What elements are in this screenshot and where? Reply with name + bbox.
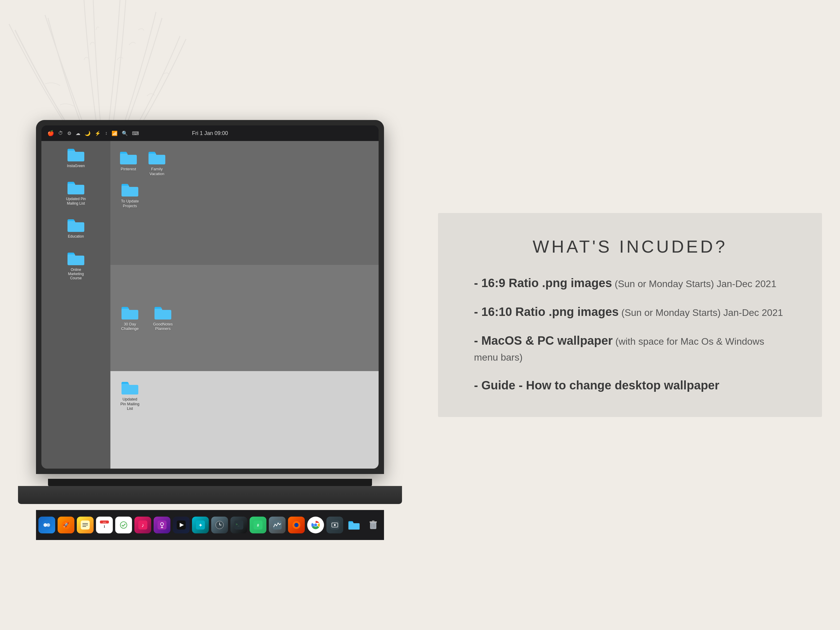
laptop-screen: 🍎 ⏱ ⚙ ☁ 🌙 ⚡ ↕ 📶 🔍 ⌨ Fri 1 Jan: [41, 125, 379, 469]
dock-scripts[interactable]: >_: [231, 516, 247, 534]
desktop-folder-pinterest[interactable]: Pinterest: [119, 150, 137, 172]
info-item-3-bold: - MacOS & PC wallpaper: [474, 334, 613, 347]
info-card: WHAT'S INCUDED? - 16:9 Ratio .png images…: [438, 213, 822, 417]
info-item-1: - 16:9 Ratio .png images (Sun or Monday …: [474, 275, 786, 291]
right-desktop: Pinterest: [111, 141, 379, 469]
sidebar-folder-label-1: InstaGreen: [67, 164, 85, 168]
dock-numbers[interactable]: #: [249, 516, 267, 534]
desktop-folder-family-vacation[interactable]: Family Vacation: [147, 150, 167, 176]
dock-chrome[interactable]: [307, 516, 324, 534]
time-machine-menu-icon: ⏱: [58, 131, 63, 136]
svg-text:>_: >_: [236, 523, 240, 526]
folder-label-goodnotes: GoodNotes Planners: [152, 322, 174, 331]
dnd-menu-icon: 🌙: [85, 131, 91, 136]
info-item-2: - 16:10 Ratio .png images (Sun or Monday…: [474, 303, 786, 320]
menu-bar-left: 🍎 ⏱ ⚙ ☁ 🌙 ⚡ ↕ 📶 🔍 ⌨: [47, 130, 139, 136]
sidebar-panel: InstaGreen Updated Pin Ma: [41, 141, 111, 469]
dock-notes[interactable]: [77, 516, 93, 534]
cloud-menu-icon: ☁: [76, 131, 81, 136]
folder-label-to-update: To Update Projects: [119, 199, 141, 208]
sidebar-folder-item-4[interactable]: Online Marketing Course: [46, 251, 106, 281]
dock-clock[interactable]: [211, 516, 228, 534]
folder-icon: [154, 305, 172, 320]
battery-menu-icon: ⚡: [95, 131, 101, 136]
folder-icon: [121, 305, 139, 320]
desktop-folder-goodnotes[interactable]: GoodNotes Planners: [152, 305, 174, 331]
sidebar-folder-item-2[interactable]: Updated Pin Mailing List: [46, 180, 106, 205]
desktop-area: InstaGreen Updated Pin Ma: [41, 141, 379, 469]
svg-text:1: 1: [104, 524, 105, 529]
apple-menu-icon[interactable]: 🍎: [47, 130, 54, 136]
volume-menu-icon: ↕: [105, 131, 107, 136]
laptop-base: [18, 486, 402, 504]
folder-icon: [148, 150, 166, 165]
dock-firefox[interactable]: [288, 516, 305, 534]
svg-text:#: #: [257, 523, 259, 528]
svg-point-34: [294, 523, 298, 527]
dock-appletv[interactable]: [173, 516, 189, 534]
dock-podcasts[interactable]: [153, 516, 171, 534]
dock-activity-monitor[interactable]: [269, 516, 286, 534]
svg-point-2: [46, 523, 50, 527]
info-title: WHAT'S INCUDED?: [474, 237, 786, 256]
dock-calendar[interactable]: JAN1: [96, 516, 113, 534]
svg-rect-43: [372, 521, 374, 522]
sidebar-folder-label-3: Education: [68, 234, 84, 238]
svg-point-40: [334, 524, 336, 526]
keyboard-menu-icon: ⌨: [132, 131, 139, 136]
top-folder-group: Pinterest: [119, 150, 369, 176]
dock-reminders[interactable]: [115, 516, 132, 534]
desktop-folder-to-update[interactable]: To Update Projects: [119, 182, 141, 208]
desktop-folder-mailing[interactable]: Updated Pin Mailing List: [119, 380, 141, 411]
folder-label-family-vacation: Family Vacation: [147, 167, 167, 176]
svg-text:🚀: 🚀: [63, 522, 69, 528]
desktop-section-mid: 30 Day Challenge: [111, 265, 379, 371]
dock-trash[interactable]: [365, 516, 382, 534]
dock-launchpad[interactable]: 🚀: [58, 516, 74, 534]
dock: 🚀 JAN1 ♪: [36, 510, 384, 540]
laptop-wrapper: 🍎 ⏱ ⚙ ☁ 🌙 ⚡ ↕ 📶 🔍 ⌨ Fri 1 Jan: [18, 120, 402, 540]
sidebar-folder-label-2: Updated Pin Mailing List: [65, 197, 87, 205]
info-item-1-bold: - 16:9 Ratio .png images: [474, 276, 612, 289]
main-container: 🍎 ⏱ ⚙ ☁ 🌙 ⚡ ↕ 📶 🔍 ⌨ Fri 1 Jan: [0, 0, 840, 630]
desktop-folder-30day[interactable]: 30 Day Challenge: [119, 305, 141, 331]
info-item-2-light: (Sun or Monday Starts) Jan-Dec 2021: [619, 307, 783, 318]
settings-menu-icon: ⚙: [67, 131, 71, 136]
folder-icon: [67, 251, 85, 266]
folder-icon: [67, 218, 85, 232]
folder-label-30day: 30 Day Challenge: [119, 322, 141, 331]
svg-text:JAN: JAN: [103, 521, 106, 523]
svg-rect-17: [158, 521, 166, 529]
folder-icon: [67, 147, 85, 162]
sidebar-folder-item-3[interactable]: Education: [46, 218, 106, 238]
svg-text:✦: ✦: [198, 522, 203, 528]
dock-music[interactable]: ♪: [134, 516, 151, 534]
svg-point-37: [314, 524, 317, 526]
desktop-section-bot: Updated Pin Mailing List: [111, 371, 379, 469]
menu-bar: 🍎 ⏱ ⚙ ☁ 🌙 ⚡ ↕ 📶 🔍 ⌨ Fri 1 Jan: [41, 125, 379, 141]
folder-label-pinterest: Pinterest: [121, 167, 136, 172]
info-item-4: - Guide - How to change desktop wallpape…: [474, 377, 786, 393]
folder-icon: [121, 182, 139, 197]
info-item-4-bold: - Guide - How to change desktop wallpape…: [474, 379, 719, 392]
dock-folder[interactable]: [346, 516, 362, 534]
wifi-menu-icon: 📶: [112, 131, 118, 136]
sidebar-folder-item-1[interactable]: InstaGreen: [46, 147, 106, 168]
laptop-section: 🍎 ⏱ ⚙ ☁ 🌙 ⚡ ↕ 📶 🔍 ⌨ Fri 1 Jan: [0, 0, 420, 630]
folder-icon: [67, 180, 85, 195]
folder-icon: [121, 380, 139, 395]
menu-bar-datetime: Fri 1 Jan 09:00: [192, 130, 228, 136]
desktop-section-top: Pinterest: [111, 141, 379, 265]
dock-screencapture[interactable]: [327, 516, 343, 534]
info-item-2-bold: - 16:10 Ratio .png images: [474, 305, 619, 318]
laptop-hinge: [48, 479, 372, 486]
folder-icon: [119, 150, 137, 165]
dock-creative[interactable]: ✦: [192, 516, 209, 534]
dock-finder[interactable]: [38, 516, 55, 534]
info-section: WHAT'S INCUDED? - 16:9 Ratio .png images…: [420, 0, 840, 630]
info-item-1-light: (Sun or Monday Starts) Jan-Dec 2021: [612, 278, 777, 289]
search-menu-icon[interactable]: 🔍: [122, 131, 128, 136]
laptop-body: 🍎 ⏱ ⚙ ☁ 🌙 ⚡ ↕ 📶 🔍 ⌨ Fri 1 Jan: [36, 120, 384, 474]
sidebar-folder-label-4: Online Marketing Course: [65, 268, 87, 281]
folder-label-mailing: Updated Pin Mailing List: [119, 397, 141, 411]
